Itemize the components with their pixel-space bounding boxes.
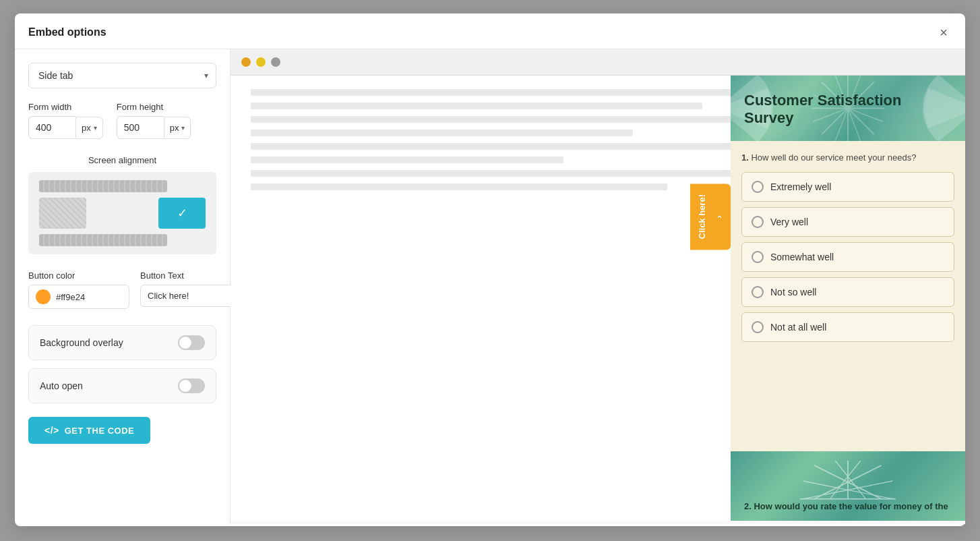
close-button[interactable]: ×	[936, 24, 952, 40]
alignment-section: Screen alignment ✓	[28, 155, 216, 254]
auto-open-toggle[interactable]	[178, 378, 205, 393]
button-text-label: Button Text	[140, 270, 241, 281]
button-color-label: Button color	[28, 270, 129, 281]
background-overlay-label: Background overlay	[40, 337, 123, 348]
form-width-unit-label: px	[82, 123, 91, 133]
radio-label-4: Not at all well	[770, 322, 826, 333]
radio-circle-3	[752, 286, 764, 298]
survey-footer-decoration	[744, 461, 952, 501]
modal-overlay: Embed options × Side tab Popup Inline ▾	[0, 0, 980, 541]
radio-circle-1	[752, 216, 764, 228]
get-code-label: GET THE CODE	[65, 426, 135, 436]
page-line	[251, 170, 737, 177]
radio-circle-0	[752, 181, 764, 193]
background-overlay-toggle[interactable]	[178, 335, 205, 350]
browser-dot-3	[271, 57, 280, 67]
page-line	[251, 130, 633, 136]
radio-label-3: Not so well	[770, 287, 816, 297]
auto-open-row: Auto open	[28, 368, 216, 403]
question-2-number: 2.	[744, 501, 752, 511]
page-line	[251, 143, 772, 150]
radio-label-1: Very well	[770, 217, 808, 227]
survey-title: Customer Satisfaction Survey	[744, 92, 952, 127]
survey-footer: 2. How would you rate the value for mone…	[731, 451, 965, 521]
alignment-label: Screen alignment	[28, 155, 216, 165]
radio-circle-2	[752, 251, 764, 263]
alignment-middle-row: ✓	[39, 198, 206, 229]
form-height-input-wrap: px ▾	[117, 116, 191, 139]
form-height-unit-label: px	[170, 123, 179, 133]
button-text-input[interactable]	[140, 285, 241, 307]
auto-open-label: Auto open	[40, 380, 83, 391]
question-1-number: 1.	[741, 152, 749, 163]
side-tab-arrow-icon: ›	[714, 215, 724, 218]
modal-body: Side tab Popup Inline ▾ Form width px	[15, 49, 965, 524]
right-preview-panel: Click here! ›	[231, 49, 965, 524]
radio-option-0[interactable]: Extremely well	[741, 172, 954, 202]
side-tab-button[interactable]: Click here! ›	[690, 183, 731, 250]
question-2-text: How would you rate the value for money o…	[754, 501, 948, 511]
form-width-input[interactable]	[28, 116, 75, 139]
radio-label-2: Somewhat well	[770, 252, 834, 262]
alignment-left-option[interactable]	[39, 198, 86, 229]
question-1-label: 1. How well do our service meet your nee…	[741, 152, 954, 164]
color-input-wrap	[28, 285, 129, 309]
left-panel: Side tab Popup Inline ▾ Form width px	[15, 49, 231, 524]
next-question-text: 2. How would you rate the value for mone…	[744, 501, 952, 511]
browser-dot-1	[241, 57, 251, 67]
modal-header: Embed options ×	[15, 13, 965, 49]
background-overlay-row: Background overlay	[28, 325, 216, 360]
button-text-group: Button Text	[140, 270, 241, 309]
browser-chrome	[231, 49, 965, 76]
question-1-text: How well do our service meet your needs?	[751, 152, 916, 163]
radio-option-3[interactable]: Not so well	[741, 277, 954, 307]
form-width-unit[interactable]: px ▾	[75, 117, 103, 139]
color-hex-input[interactable]	[56, 292, 110, 302]
radio-option-2[interactable]: Somewhat well	[741, 242, 954, 272]
form-height-unit-arrow-icon: ▾	[181, 124, 185, 132]
alignment-right-option[interactable]: ✓	[158, 198, 206, 229]
survey-footer-svg	[744, 461, 952, 501]
embed-options-modal: Embed options × Side tab Popup Inline ▾	[15, 13, 965, 526]
page-line	[251, 103, 702, 109]
alignment-bottom-option[interactable]	[39, 234, 167, 246]
alignment-bottom-row	[39, 234, 206, 246]
form-width-group: Form width px ▾	[28, 102, 103, 139]
embed-type-select[interactable]: Side tab Popup Inline	[28, 63, 216, 88]
code-icon: </>	[44, 425, 59, 436]
form-height-input[interactable]	[117, 116, 164, 139]
alignment-grid: ✓	[28, 172, 216, 254]
page-line	[251, 89, 806, 96]
preview-content: Click here! ›	[231, 76, 965, 521]
form-width-unit-arrow-icon: ▾	[94, 124, 97, 132]
side-tab-text: Click here!	[697, 194, 707, 239]
survey-panel: Customer Satisfaction Survey 1. How well…	[731, 76, 965, 521]
survey-header: Customer Satisfaction Survey	[731, 76, 965, 141]
form-height-unit[interactable]: px ▾	[164, 117, 191, 139]
embed-type-dropdown-wrapper: Side tab Popup Inline ▾	[28, 63, 216, 88]
form-height-group: Form height px ▾	[117, 102, 191, 139]
survey-body: 1. How well do our service meet your nee…	[731, 141, 965, 358]
color-swatch[interactable]	[36, 289, 51, 304]
dimensions-row: Form width px ▾ Form height	[28, 102, 216, 139]
radio-option-4[interactable]: Not at all well	[741, 312, 954, 342]
button-color-group: Button color	[28, 270, 129, 309]
form-width-input-wrap: px ▾	[28, 116, 103, 139]
button-config-row: Button color Button Text	[28, 270, 216, 309]
modal-title: Embed options	[28, 26, 106, 38]
get-code-button[interactable]: </> GET THE CODE	[28, 417, 150, 444]
radio-label-0: Extremely well	[770, 181, 831, 192]
alignment-top-option[interactable]	[39, 180, 167, 192]
browser-dot-2	[256, 57, 266, 67]
radio-circle-4	[752, 321, 764, 333]
page-line	[251, 183, 667, 190]
radio-option-1[interactable]: Very well	[741, 207, 954, 237]
page-line	[251, 156, 563, 163]
form-height-label: Form height	[117, 102, 191, 112]
alignment-top-row	[39, 180, 206, 192]
form-width-label: Form width	[28, 102, 103, 112]
